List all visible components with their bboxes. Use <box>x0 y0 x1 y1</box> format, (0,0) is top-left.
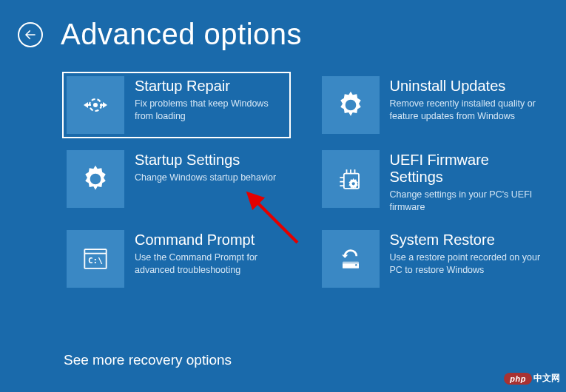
tile-title: Startup Settings <box>135 152 286 169</box>
option-uefi-firmware[interactable]: UEFI Firmware Settings Change settings i… <box>319 147 545 217</box>
option-system-restore[interactable]: System Restore Use a restore point recor… <box>319 227 545 291</box>
options-grid: Startup Repair Fix problems that keep Wi… <box>0 51 566 291</box>
watermark-pill: php <box>504 373 532 385</box>
tile-text: System Restore Use a restore point recor… <box>390 230 542 277</box>
tile-title: UEFI Firmware Settings <box>390 152 542 186</box>
page-title: Advanced options <box>61 18 302 51</box>
watermark: php 中文网 <box>504 372 560 385</box>
terminal-icon: C:\ <box>67 230 124 288</box>
arrow-left-icon <box>24 28 37 41</box>
restore-icon <box>322 230 380 288</box>
svg-rect-14 <box>343 261 359 263</box>
tile-text: UEFI Firmware Settings Change settings i… <box>390 150 542 214</box>
tile-text: Uninstall Updates Remove recently instal… <box>390 76 542 123</box>
tile-title: Startup Repair <box>135 78 286 95</box>
svg-point-1 <box>93 103 98 107</box>
back-button[interactable] <box>18 22 43 47</box>
svg-point-9 <box>351 182 354 185</box>
tile-text: Startup Repair Fix problems that keep Wi… <box>135 76 286 123</box>
option-uninstall-updates[interactable]: Uninstall Updates Remove recently instal… <box>319 73 545 137</box>
svg-line-16 <box>255 200 297 243</box>
chip-gear-icon <box>322 150 380 208</box>
header: Advanced options <box>0 0 566 51</box>
tile-desc: Use the Command Prompt for advanced trou… <box>135 251 286 277</box>
gear-icon <box>67 150 124 208</box>
svg-point-15 <box>355 264 357 266</box>
startup-repair-icon <box>67 76 124 134</box>
gear-icon <box>322 76 380 134</box>
svg-text:C:\: C:\ <box>88 256 103 266</box>
annotation-arrow-icon <box>246 191 305 250</box>
see-more-link[interactable]: See more recovery options <box>64 352 232 368</box>
tile-desc: Remove recently installed quality or fea… <box>390 98 542 123</box>
option-startup-repair[interactable]: Startup Repair Fix problems that keep Wi… <box>64 73 289 137</box>
tile-desc: Change settings in your PC's UEFI firmwa… <box>390 189 542 214</box>
watermark-text: 中文网 <box>533 372 560 385</box>
tile-title: Uninstall Updates <box>390 78 542 95</box>
tile-desc: Use a restore point recorded on your PC … <box>390 251 542 277</box>
tile-text: Startup Settings Change Windows startup … <box>135 150 286 184</box>
tile-desc: Change Windows startup behavior <box>135 172 286 184</box>
tile-title: System Restore <box>390 232 542 249</box>
tile-desc: Fix problems that keep Windows from load… <box>135 98 286 123</box>
